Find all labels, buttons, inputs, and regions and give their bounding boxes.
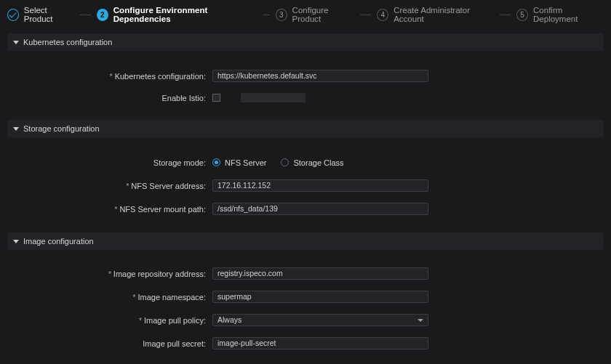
section-title: Storage configuration	[23, 124, 100, 133]
storage-mode-label: Storage mode:	[153, 158, 206, 167]
step-number: 2	[97, 9, 108, 21]
image-pull-secret-label: Image pull secret:	[143, 339, 206, 348]
section-title: Kubernetes configuration	[23, 38, 112, 46]
nfs-path-input[interactable]	[212, 203, 428, 215]
wizard-stepper: Select Product 2 Configure Environment D…	[0, 0, 611, 29]
step-confirm-deployment[interactable]: 5 Confirm Deployment	[516, 6, 604, 23]
chevron-down-icon	[13, 127, 19, 131]
chevron-down-icon	[418, 319, 423, 322]
step-create-admin[interactable]: 4 Create Administrator Account	[377, 6, 494, 23]
k8s-config-label: Kubernetes configuration:	[110, 72, 206, 81]
image-namespace-label: Image namespace:	[133, 293, 206, 302]
istio-indicator	[241, 93, 306, 102]
nfs-address-label: NFS Server address:	[126, 182, 206, 190]
radio-nfs-server[interactable]: NFS Server	[212, 158, 266, 167]
step-select-product[interactable]: Select Product	[7, 6, 74, 23]
step-configure-product[interactable]: 3 Configure Product	[276, 6, 355, 23]
radio-label: NFS Server	[225, 158, 266, 167]
image-pull-secret-input[interactable]	[212, 337, 428, 349]
step-number: 5	[516, 9, 528, 21]
section-image: Image configuration Image repository add…	[7, 232, 604, 357]
radio-storage-class[interactable]: Storage Class	[281, 158, 343, 167]
radio-label: Storage Class	[293, 158, 343, 167]
section-toggle-kubernetes[interactable]: Kubernetes configuration	[7, 33, 604, 51]
nfs-address-input[interactable]	[212, 179, 428, 192]
radio-icon	[212, 158, 220, 166]
image-repo-input[interactable]	[212, 267, 428, 280]
image-namespace-input[interactable]	[212, 291, 428, 303]
step-label: Configure Environment Dependencies	[113, 6, 257, 23]
section-toggle-storage[interactable]: Storage configuration	[7, 120, 604, 137]
step-label: Confirm Deployment	[533, 6, 604, 23]
section-title: Image configuration	[23, 237, 94, 246]
chevron-down-icon	[13, 41, 19, 44]
step-label: Configure Product	[292, 6, 355, 23]
step-number: 4	[377, 9, 388, 21]
enable-istio-checkbox[interactable]	[212, 94, 220, 102]
k8s-config-input[interactable]	[212, 70, 428, 82]
step-configure-env[interactable]: 2 Configure Environment Dependencies	[97, 6, 257, 23]
chevron-down-icon	[13, 240, 19, 243]
step-label: Select Product	[24, 6, 74, 23]
image-repo-label: Image repository address:	[108, 270, 206, 278]
step-label: Create Administrator Account	[394, 6, 494, 23]
select-value: Always	[217, 314, 241, 326]
nfs-path-label: NFS Server mount path:	[114, 205, 206, 214]
enable-istio-label: Enable Istio:	[161, 94, 206, 102]
checkmark-icon	[7, 9, 19, 21]
radio-icon	[281, 158, 289, 166]
image-pull-policy-label: Image pull policy:	[139, 316, 206, 325]
image-pull-policy-select[interactable]: Always	[212, 314, 428, 326]
section-kubernetes: Kubernetes configuration Kubernetes conf…	[7, 33, 604, 120]
step-number: 3	[276, 9, 287, 21]
section-toggle-image[interactable]: Image configuration	[7, 232, 604, 250]
section-storage: Storage configuration Storage mode: NFS …	[7, 120, 604, 232]
